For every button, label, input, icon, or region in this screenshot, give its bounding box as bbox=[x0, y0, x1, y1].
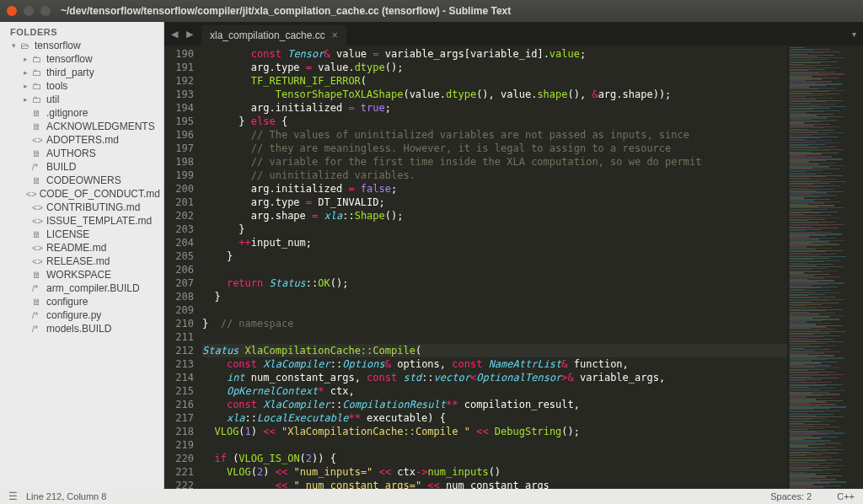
minimap[interactable] bbox=[787, 46, 863, 489]
tree-item-label: third_party bbox=[46, 67, 94, 78]
code-content[interactable]: const Tensor& value = variable_args[vari… bbox=[202, 46, 787, 489]
tree-item-label: CODE_OF_CONDUCT.md bbox=[40, 188, 160, 200]
tree-item[interactable]: 🗎configure bbox=[0, 295, 163, 308]
folder-icon: 🗀 bbox=[32, 81, 44, 91]
tree-item[interactable]: /*BUILD bbox=[0, 160, 163, 174]
close-icon[interactable]: × bbox=[332, 29, 338, 41]
chevron-right-icon: ▸ bbox=[24, 95, 32, 104]
tree-item[interactable]: ▸🗀tools bbox=[0, 79, 163, 93]
tree-item[interactable]: <>CODE_OF_CONDUCT.md bbox=[0, 187, 163, 201]
sidebar-header: FOLDERS bbox=[0, 22, 163, 39]
tree-item-label: LICENSE bbox=[46, 228, 89, 240]
tree-item[interactable]: <>RELEASE.md bbox=[0, 255, 163, 268]
tree-item[interactable]: ▸🗀tensorflow bbox=[0, 52, 163, 66]
tree-item[interactable]: /*configure.py bbox=[0, 308, 163, 322]
tree-item-label: arm_compiler.BUILD bbox=[46, 282, 140, 294]
tree-item-label: configure.py bbox=[46, 309, 101, 321]
file-icon: /* bbox=[32, 283, 44, 293]
file-icon: 🗎 bbox=[32, 148, 44, 158]
tree-item-label: RELEASE.md bbox=[46, 255, 110, 267]
file-icon: 🗎 bbox=[32, 297, 44, 307]
sidebar: FOLDERS ▾ 🗁 tensorflow ▸🗀tensorflow▸🗀thi… bbox=[0, 22, 164, 489]
folder-tree: ▾ 🗁 tensorflow ▸🗀tensorflow▸🗀third_party… bbox=[0, 39, 163, 342]
window-title: ~/dev/tensorflow/tensorflow/compiler/jit… bbox=[61, 5, 511, 17]
file-icon: 🗎 bbox=[32, 175, 44, 185]
tree-item[interactable]: ▸🗀util bbox=[0, 93, 163, 106]
file-icon: /* bbox=[32, 324, 44, 334]
folder-icon: 🗀 bbox=[32, 67, 44, 78]
window-controls bbox=[7, 6, 51, 16]
tree-item[interactable]: 🗎LICENSE bbox=[0, 228, 163, 241]
chevron-down-icon: ▾ bbox=[12, 41, 20, 50]
status-bar: ☰ Line 212, Column 8 Spaces: 2 C++ bbox=[0, 489, 863, 504]
file-icon: /* bbox=[32, 310, 44, 320]
tree-item[interactable]: 🗎CODEOWNERS bbox=[0, 174, 163, 187]
tree-item-label: configure bbox=[46, 296, 88, 308]
file-icon: 🗎 bbox=[32, 121, 44, 131]
file-icon: <> bbox=[32, 256, 44, 266]
tree-item-label: ISSUE_TEMPLATE.md bbox=[46, 215, 152, 227]
file-icon: 🗎 bbox=[32, 270, 44, 280]
window-titlebar: ~/dev/tensorflow/tensorflow/compiler/jit… bbox=[0, 0, 863, 22]
maximize-icon[interactable] bbox=[40, 6, 51, 16]
tree-item-label: WORKSPACE bbox=[46, 269, 111, 281]
tree-root[interactable]: ▾ 🗁 tensorflow bbox=[0, 39, 163, 52]
menu-icon[interactable]: ☰ bbox=[8, 491, 18, 502]
file-icon: /* bbox=[32, 162, 44, 172]
file-icon: <> bbox=[32, 135, 44, 145]
tree-item[interactable]: 🗎AUTHORS bbox=[0, 147, 163, 160]
tree-item[interactable]: <>CONTRIBUTING.md bbox=[0, 201, 163, 214]
file-icon: <> bbox=[32, 202, 44, 212]
chevron-down-icon[interactable]: ▾ bbox=[852, 29, 856, 39]
folder-open-icon: 🗁 bbox=[20, 40, 32, 51]
tree-item-label: README.md bbox=[46, 242, 106, 254]
tab-bar: ◀ ▶ xla_compilation_cache.cc × ▾ bbox=[164, 22, 863, 46]
tree-item[interactable]: <>README.md bbox=[0, 241, 163, 255]
tree-item-label: tensorflow bbox=[46, 53, 93, 65]
tree-item[interactable]: 🗎.gitignore bbox=[0, 106, 163, 120]
tree-item-label: util bbox=[46, 94, 59, 105]
tree-item-label: BUILD bbox=[46, 161, 76, 173]
tree-item-label: .gitignore bbox=[46, 107, 88, 119]
nav-forward-icon[interactable]: ▶ bbox=[183, 27, 196, 40]
file-icon: <> bbox=[26, 189, 37, 199]
tree-item-label: ACKNOWLEDGMENTS bbox=[46, 121, 155, 132]
tree-item-label: models.BUILD bbox=[46, 323, 111, 335]
tree-item-label: AUTHORS bbox=[46, 147, 96, 159]
tree-item[interactable]: 🗎WORKSPACE bbox=[0, 268, 163, 281]
file-icon: <> bbox=[32, 243, 44, 253]
tree-item[interactable]: <>ADOPTERS.md bbox=[0, 133, 163, 147]
minimize-icon[interactable] bbox=[24, 6, 34, 16]
close-icon[interactable] bbox=[7, 6, 17, 16]
tree-item-label: ADOPTERS.md bbox=[46, 134, 119, 146]
tree-item[interactable]: 🗎ACKNOWLEDGMENTS bbox=[0, 120, 163, 133]
editor-area: ◀ ▶ xla_compilation_cache.cc × ▾ 1901911… bbox=[164, 22, 863, 489]
tree-item[interactable]: <>ISSUE_TEMPLATE.md bbox=[0, 214, 163, 228]
folder-icon: 🗀 bbox=[32, 94, 44, 105]
folder-icon: 🗀 bbox=[32, 54, 44, 64]
file-icon: <> bbox=[32, 216, 44, 226]
tree-item[interactable]: ▸🗀third_party bbox=[0, 66, 163, 79]
tab-label: xla_compilation_cache.cc bbox=[210, 29, 325, 41]
syntax-setting[interactable]: C++ bbox=[837, 491, 855, 501]
indent-setting[interactable]: Spaces: 2 bbox=[770, 491, 812, 501]
file-icon: 🗎 bbox=[32, 108, 44, 118]
code-editor[interactable]: 1901911921931941951961971981992002012022… bbox=[164, 46, 863, 489]
chevron-right-icon: ▸ bbox=[24, 68, 32, 77]
file-icon: 🗎 bbox=[32, 229, 44, 239]
tree-root-label: tensorflow bbox=[35, 40, 81, 51]
nav-back-icon[interactable]: ◀ bbox=[168, 27, 181, 40]
tree-item[interactable]: /*models.BUILD bbox=[0, 322, 163, 335]
tree-item-label: CONTRIBUTING.md bbox=[46, 201, 140, 213]
chevron-right-icon: ▸ bbox=[24, 82, 32, 90]
chevron-right-icon: ▸ bbox=[24, 55, 32, 63]
tab-active[interactable]: xla_compilation_cache.cc × bbox=[201, 25, 346, 46]
line-gutter: 1901911921931941951961971981992002012022… bbox=[164, 46, 202, 489]
cursor-position[interactable]: Line 212, Column 8 bbox=[26, 491, 106, 501]
tree-item-label: tools bbox=[46, 80, 67, 92]
tree-item[interactable]: /*arm_compiler.BUILD bbox=[0, 281, 163, 295]
tree-item-label: CODEOWNERS bbox=[46, 174, 121, 186]
